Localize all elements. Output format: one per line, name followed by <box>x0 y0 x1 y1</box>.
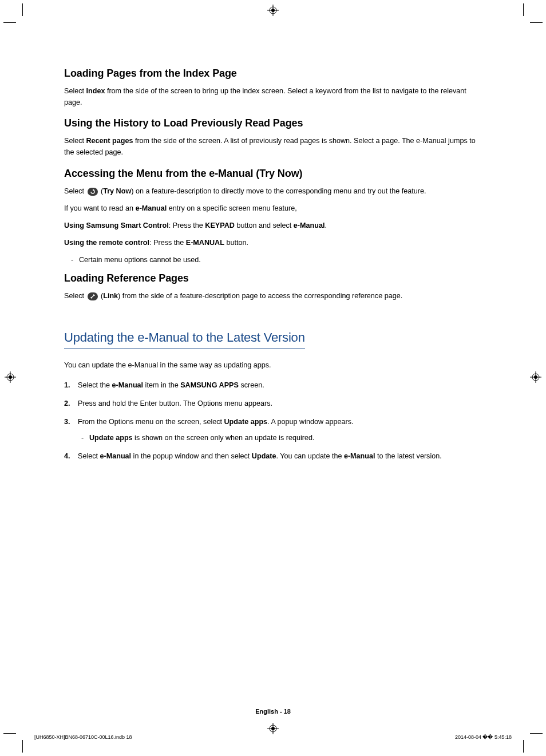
section-heading: Using the History to Load Previously Rea… <box>64 117 482 129</box>
text: Select <box>64 87 86 95</box>
imprint-timestamp: 2014-08-04 �� 5:45:18 <box>455 734 512 740</box>
step-note-list: Update apps is shown on the screen only … <box>77 432 482 444</box>
bold-text: Update apps <box>224 418 268 426</box>
steps-list: Select the e-Manual item in the SAMSUNG … <box>64 379 482 462</box>
text: Select <box>64 187 86 195</box>
bold-text: e-Manual <box>112 381 144 389</box>
crop-mark <box>530 733 543 734</box>
text: ) from the side of a feature-description… <box>118 292 402 300</box>
bold-text: Using the remote control <box>64 239 149 247</box>
bold-text: Update <box>252 452 276 460</box>
text: Select <box>78 452 100 460</box>
bold-text: e-Manual <box>136 204 167 212</box>
bold-text: e-Manual <box>344 452 375 460</box>
main-title: Updating the e-Manual to the Latest Vers… <box>64 330 305 349</box>
section-loading-reference: Loading Reference Pages Select (Link) fr… <box>64 272 482 302</box>
imprint-filename: [UH6850-XH]BN68-06710C-00L16.indb 18 <box>34 734 132 740</box>
step-item: Select the e-Manual item in the SAMSUNG … <box>64 379 482 391</box>
crop-mark <box>3 733 16 734</box>
crop-mark <box>22 3 23 16</box>
text: button. <box>224 239 248 247</box>
link-icon <box>88 292 98 300</box>
text: 2014-08-04 �� 5:45:18 <box>455 734 512 740</box>
paragraph: Select Recent pages from the side of the… <box>64 135 482 158</box>
crop-mark <box>530 22 543 23</box>
page-number: English - 18 <box>0 708 546 715</box>
bold-text: SAMSUNG APPS <box>180 381 239 389</box>
content-area: Loading Pages from the Index Page Select… <box>64 64 482 716</box>
registration-mark-icon <box>5 371 16 383</box>
text: Select <box>64 292 86 300</box>
step-item: From the Options menu on the screen, sel… <box>64 416 482 444</box>
paragraph: If you want to read an e-Manual entry on… <box>64 203 482 214</box>
text: to the latest version. <box>375 452 442 460</box>
crop-mark <box>523 740 524 753</box>
text: . You can update the <box>276 452 344 460</box>
bold-text: Index <box>86 87 105 95</box>
registration-mark-icon <box>267 723 279 734</box>
bold-text: Try Now <box>103 187 131 195</box>
paragraph: Select Index from the side of the screen… <box>64 85 482 108</box>
section-heading: Loading Pages from the Index Page <box>64 68 482 80</box>
text: If you want to read an <box>64 204 136 212</box>
note-list: Certain menu options cannot be used. <box>64 254 482 266</box>
paragraph: Select (Link) from the side of a feature… <box>64 290 482 302</box>
bold-text: e-Manual <box>294 221 325 229</box>
try-now-icon <box>88 188 98 196</box>
text: : Press the <box>149 239 186 247</box>
text: : Press the <box>169 221 205 229</box>
note-item: Certain menu options cannot be used. <box>64 254 482 266</box>
bold-text: Link <box>103 292 118 300</box>
step-item: Select e-Manual in the popup window and … <box>64 450 482 462</box>
text: item in the <box>143 381 180 389</box>
text: from the side of the screen to bring up … <box>64 87 466 106</box>
text: Select <box>64 137 86 145</box>
text: screen. <box>239 381 264 389</box>
step-note-item: Update apps is shown on the screen only … <box>77 432 482 444</box>
paragraph: Using the remote control: Press the E-MA… <box>64 237 482 248</box>
intro-paragraph: You can update the e-Manual in the same … <box>64 359 482 371</box>
bold-text: Using Samsung Smart Control <box>64 221 169 229</box>
bold-text: Recent pages <box>86 137 133 145</box>
section-heading: Accessing the Menu from the e-Manual (Tr… <box>64 168 482 180</box>
crop-mark <box>3 22 16 23</box>
text: is shown on the screen only when an upda… <box>133 434 315 442</box>
crop-mark <box>523 3 524 16</box>
paragraph: Using Samsung Smart Control: Press the K… <box>64 220 482 231</box>
section-history: Using the History to Load Previously Rea… <box>64 117 482 158</box>
paragraph: Select (Try Now) on a feature-descriptio… <box>64 185 482 197</box>
text: entry on a specific screen menu feature, <box>167 204 297 212</box>
section-loading-index: Loading Pages from the Index Page Select… <box>64 68 482 108</box>
text: From the Options menu on the screen, sel… <box>78 418 224 426</box>
bold-text: E-MANUAL <box>186 239 224 247</box>
text: ) on a feature-description to directly m… <box>131 187 426 195</box>
section-heading: Loading Reference Pages <box>64 272 482 284</box>
registration-mark-icon <box>530 371 541 383</box>
section-accessing-menu: Accessing the Menu from the e-Manual (Tr… <box>64 168 482 266</box>
bold-text: Update apps <box>89 434 133 442</box>
bold-text: e-Manual <box>100 452 132 460</box>
text: . A popup window appears. <box>267 418 354 426</box>
registration-mark-icon <box>267 5 279 16</box>
text: . <box>325 221 327 229</box>
crop-mark <box>22 740 23 753</box>
step-item: Press and hold the Enter button. The Opt… <box>64 398 482 409</box>
text: button and select <box>235 221 294 229</box>
page: Loading Pages from the Index Page Select… <box>0 0 546 756</box>
text: Press and hold the Enter button. The Opt… <box>78 399 272 407</box>
bold-text: KEYPAD <box>205 221 235 229</box>
text: Select the <box>78 381 112 389</box>
text: in the popup window and then select <box>131 452 252 460</box>
